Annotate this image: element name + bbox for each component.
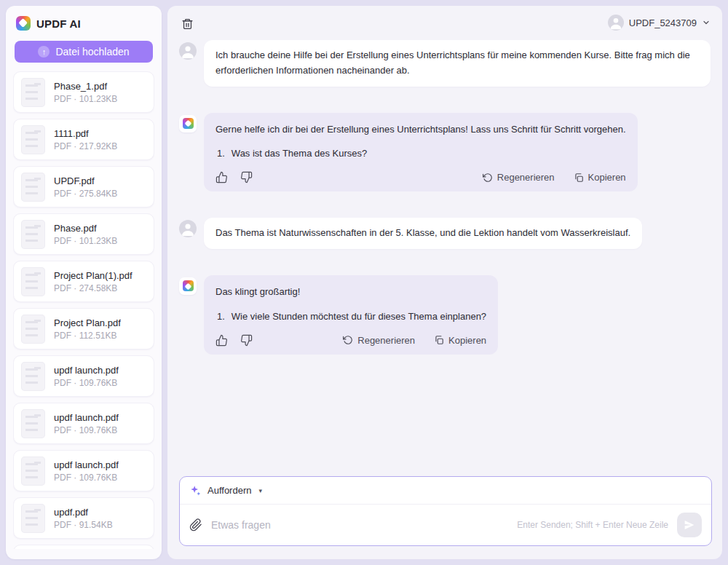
ai-message: Das klingt großartig! 1. Wie viele Stund… bbox=[179, 275, 711, 355]
file-meta: PDF · 109.76KB bbox=[54, 425, 119, 435]
file-list-item[interactable]: 1111.pdf PDF · 217.92KB bbox=[13, 119, 154, 160]
pdf-file-icon bbox=[21, 362, 45, 391]
file-list-item[interactable]: Phase_1.pdf PDF · 101.23KB bbox=[13, 71, 154, 113]
file-list-item[interactable]: UPDF.pdf PDF · 275.84KB bbox=[13, 166, 154, 208]
file-list-item[interactable]: Phase.pdf PDF · 101.23KB bbox=[13, 213, 154, 255]
pdf-file-icon bbox=[21, 504, 45, 533]
thumbs-down-icon bbox=[240, 334, 253, 347]
chat-panel: UPDF_5243709 Ich brauche deine Hilfe bei… bbox=[167, 6, 722, 559]
thumbs-up-icon bbox=[215, 334, 228, 347]
user-avatar bbox=[179, 220, 197, 237]
send-plane-icon bbox=[684, 519, 695, 531]
attachment-icon[interactable] bbox=[189, 518, 202, 532]
ai-message: Gerne helfe ich dir bei der Erstellung e… bbox=[179, 113, 711, 192]
copy-button[interactable]: Kopieren bbox=[434, 335, 486, 346]
user-message-bubble: Ich brauche deine Hilfe bei der Erstellu… bbox=[204, 40, 711, 87]
user-avatar bbox=[179, 42, 197, 60]
file-list-item[interactable]: Project Plan.pdf PDF · 112.51KB bbox=[13, 308, 154, 349]
delete-chat-button[interactable] bbox=[178, 15, 196, 33]
list-item-text: Was ist das Thema des Kurses? bbox=[232, 146, 367, 162]
list-number: 1. bbox=[217, 309, 225, 325]
message-actions: Regenerieren Kopieren bbox=[215, 334, 486, 347]
user-message: Das Thema ist Naturwissenschaften in der… bbox=[179, 218, 711, 249]
pdf-file-icon bbox=[21, 173, 45, 202]
sidebar: UPDF AI ↑ Datei hochladen Phase_1.pdf PD… bbox=[6, 6, 162, 559]
ai-message-bubble: Das klingt großartig! 1. Wie viele Stund… bbox=[204, 275, 498, 355]
pdf-file-icon bbox=[21, 267, 45, 296]
pdf-file-icon bbox=[21, 220, 45, 249]
file-name: Project Plan.pdf bbox=[54, 317, 121, 328]
message-text: Das Thema ist Naturwissenschaften in der… bbox=[215, 227, 630, 238]
file-meta: PDF · 101.23KB bbox=[54, 94, 117, 104]
file-list-item-partial[interactable] bbox=[13, 545, 154, 549]
message-text: Das klingt großartig! bbox=[215, 285, 486, 300]
prompt-mode-label: Auffordern bbox=[207, 485, 251, 496]
upload-file-button[interactable]: ↑ Datei hochladen bbox=[15, 41, 153, 63]
ai-avatar bbox=[179, 277, 197, 295]
person-icon bbox=[608, 15, 624, 31]
file-name: Phase_1.pdf bbox=[54, 81, 117, 92]
message-actions: Regenerieren Kopieren bbox=[215, 171, 626, 183]
chevron-down-icon bbox=[702, 18, 711, 27]
user-message-bubble: Das Thema ist Naturwissenschaften in der… bbox=[204, 218, 642, 249]
updf-logo-icon bbox=[183, 280, 194, 291]
username-label: UPDF_5243709 bbox=[629, 17, 697, 28]
person-icon bbox=[179, 220, 197, 237]
file-meta: PDF · 109.76KB bbox=[54, 378, 119, 388]
updf-logo-icon bbox=[16, 16, 31, 31]
enter-hint: Enter Senden; Shift + Enter Neue Zeile bbox=[517, 520, 668, 530]
pdf-file-icon bbox=[21, 78, 45, 107]
thumbs-down-button[interactable] bbox=[240, 171, 253, 183]
updf-logo-icon bbox=[183, 118, 194, 129]
regenerate-button[interactable]: Regenerieren bbox=[343, 335, 415, 346]
file-list-item[interactable]: updf launch.pdf PDF · 109.76KB bbox=[13, 355, 154, 397]
prompt-mode-dropdown[interactable]: Auffordern ▾ bbox=[180, 477, 711, 505]
file-name: 1111.pdf bbox=[54, 128, 117, 139]
message-text: Ich brauche deine Hilfe bei der Erstellu… bbox=[215, 50, 690, 76]
file-meta: PDF · 275.84KB bbox=[54, 189, 117, 199]
file-list: Phase_1.pdf PDF · 101.23KB 1111.pdf PDF … bbox=[13, 71, 154, 549]
pdf-file-icon bbox=[21, 409, 45, 438]
upload-button-label: Datei hochladen bbox=[55, 46, 129, 58]
message-text: Gerne helfe ich dir bei der Erstellung e… bbox=[215, 122, 626, 138]
thumbs-up-button[interactable] bbox=[215, 171, 228, 183]
file-name: UPDF.pdf bbox=[54, 175, 117, 186]
file-meta: PDF · 274.58KB bbox=[54, 283, 132, 293]
file-list-item[interactable]: updf launch.pdf PDF · 109.76KB bbox=[13, 403, 154, 444]
file-list-item[interactable]: updf.pdf PDF · 91.54KB bbox=[13, 497, 154, 539]
file-meta: PDF · 91.54KB bbox=[54, 520, 113, 530]
thumbs-up-icon bbox=[215, 171, 228, 183]
file-list-item[interactable]: updf launch.pdf PDF · 109.76KB bbox=[13, 450, 154, 491]
thumbs-down-icon bbox=[240, 171, 253, 183]
ai-avatar bbox=[179, 115, 197, 133]
chat-input[interactable] bbox=[211, 519, 508, 531]
user-account-menu[interactable]: UPDF_5243709 bbox=[608, 15, 711, 31]
regenerate-icon bbox=[483, 173, 493, 183]
user-avatar bbox=[608, 15, 624, 31]
file-name: updf launch.pdf bbox=[54, 365, 119, 376]
file-meta: PDF · 217.92KB bbox=[54, 141, 117, 151]
pdf-file-icon bbox=[21, 125, 45, 154]
user-message: Ich brauche deine Hilfe bei der Erstellu… bbox=[179, 40, 711, 87]
pdf-file-icon bbox=[21, 315, 45, 344]
sparkle-icon bbox=[190, 485, 202, 497]
brand-title: UPDF AI bbox=[36, 17, 81, 30]
file-name: Phase.pdf bbox=[54, 223, 117, 234]
pdf-file-icon bbox=[21, 457, 45, 486]
person-icon bbox=[179, 42, 197, 60]
send-button[interactable] bbox=[677, 513, 702, 537]
thumbs-up-button[interactable] bbox=[215, 334, 228, 347]
ai-message-bubble: Gerne helfe ich dir bei der Erstellung e… bbox=[204, 113, 638, 192]
copy-button[interactable]: Kopieren bbox=[574, 172, 626, 183]
regenerate-button[interactable]: Regenerieren bbox=[483, 172, 555, 183]
list-item-text: Wie viele Stunden möchtest du für dieses… bbox=[232, 309, 486, 325]
file-meta: PDF · 101.23KB bbox=[54, 236, 117, 246]
trash-icon bbox=[181, 17, 194, 31]
composer: Auffordern ▾ Enter Senden; Shift + Enter… bbox=[179, 476, 712, 546]
regenerate-icon bbox=[343, 335, 353, 345]
thumbs-down-button[interactable] bbox=[240, 334, 253, 347]
file-list-item[interactable]: Project Plan(1).pdf PDF · 274.58KB bbox=[13, 261, 154, 302]
file-name: Project Plan(1).pdf bbox=[54, 270, 132, 281]
file-meta: PDF · 112.51KB bbox=[54, 331, 121, 341]
file-meta: PDF · 109.76KB bbox=[54, 473, 119, 483]
